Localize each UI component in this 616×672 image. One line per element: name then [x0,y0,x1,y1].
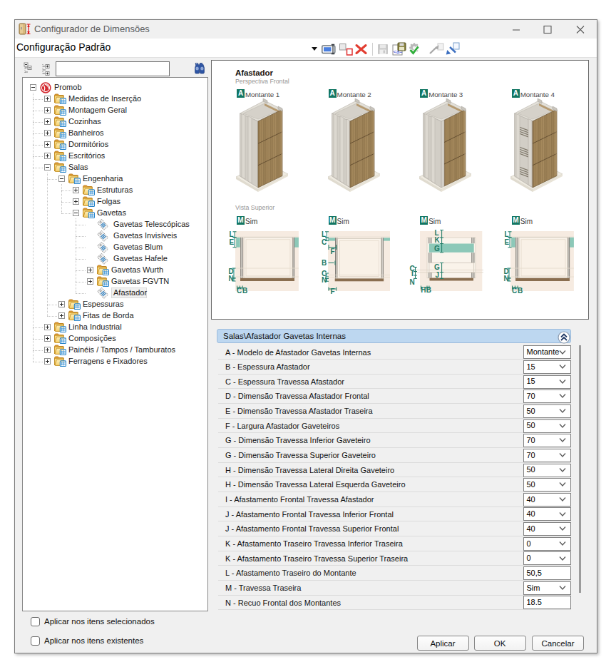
svg-text:G: G [434,245,440,253]
svg-text:B: B [242,287,247,295]
svg-text:B: B [322,259,327,267]
svg-text:J: J [435,271,439,279]
svg-text:N: N [409,278,414,286]
svg-text:F: F [331,248,335,255]
svg-text:C: C [512,287,517,295]
svg-text:N: N [322,276,327,284]
svg-text:I: I [411,270,414,278]
svg-text:C: C [237,287,242,295]
svg-text:E: E [504,238,509,246]
svg-text:C: C [322,238,327,246]
svg-text:K: K [434,236,440,244]
svg-text:E: E [230,238,235,246]
svg-text:B: B [518,287,523,295]
